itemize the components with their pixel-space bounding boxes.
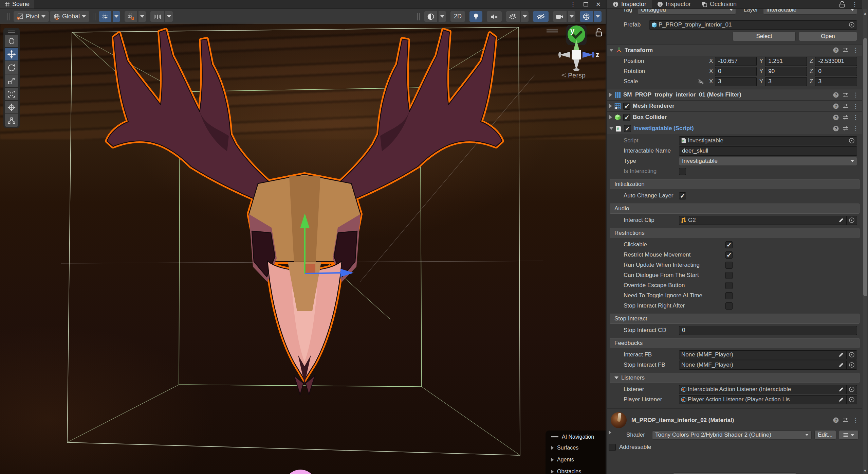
component-menu-icon[interactable]: ⋮ [853,417,858,424]
foldout-open-icon[interactable] [609,127,613,130]
tab-inspector-2[interactable]: Inspector [652,0,696,8]
material-preview[interactable] [611,412,627,428]
gizmos-toggle-button[interactable] [580,11,593,22]
position-y-field[interactable]: 1.251 [765,57,807,66]
component-menu-icon[interactable]: ⋮ [853,47,858,54]
restrict-mouse-movement-checkbox[interactable] [725,251,733,259]
prefab-object-field[interactable]: P_PROP_trophy_interior_01 [649,20,857,30]
stop-interact-cd-field[interactable]: 0 [679,326,857,335]
mesh-filter-header[interactable]: SM_PROP_trophy_interior_01 (Mesh Filter)… [607,89,862,100]
is-interacting-checkbox[interactable] [679,168,686,175]
presets-icon[interactable] [843,418,849,423]
interactable-name-field[interactable]: deer_skull [679,146,857,156]
component-menu-icon[interactable]: ⋮ [853,125,858,132]
scale-z-field[interactable]: 3 [815,77,857,86]
shader-edit-button[interactable]: Edit... [814,430,836,440]
stop-interact-fb-field[interactable]: None (MMF_Player) [679,361,857,370]
scene-visibility-button[interactable] [533,11,549,22]
toolbar-drag-handle[interactable] [93,13,95,20]
foldout-closed-icon[interactable] [609,104,612,108]
object-picker-icon[interactable] [846,351,857,359]
rotate-tool-button[interactable] [5,61,18,74]
open-button[interactable]: Open [799,32,857,41]
rotation-x-field[interactable]: 0 [715,67,757,76]
edit-pencil-icon[interactable] [836,217,846,223]
edit-pencil-icon[interactable] [836,387,846,392]
grid-visibility-dropdown[interactable] [113,11,120,22]
custom-tool-button[interactable] [5,114,18,127]
tag-dropdown[interactable]: Untagged [638,9,736,15]
component-menu-icon[interactable]: ⋮ [853,103,858,110]
move-tool-button[interactable] [5,48,18,60]
scale-y-field[interactable]: 3 [765,77,807,86]
investigatable-header[interactable]: # Investigatable (Script) ? ⋮ [607,123,862,134]
layer-dropdown[interactable]: Interactable [763,9,857,15]
projection-mode[interactable]: < Persp [562,71,586,79]
interact-clip-field[interactable]: G2 [679,216,857,225]
listener-field[interactable]: Interactable Action Listener (Interactab… [679,385,857,394]
help-icon[interactable]: ? [833,126,839,131]
shading-mode-dropdown[interactable] [439,11,446,22]
view-tool-button[interactable] [5,35,18,47]
scale-tool-button[interactable] [5,74,18,87]
shading-mode-button[interactable] [424,11,437,22]
can-dialogue-from-the-start-checkbox[interactable] [725,272,733,279]
2d-toggle-button[interactable]: 2D [450,11,465,22]
override-escape-button-checkbox[interactable] [725,282,733,289]
tools-drag-handle[interactable] [5,30,18,34]
edit-pencil-icon[interactable] [836,362,846,368]
overlay-drag-handle[interactable] [551,436,558,438]
object-picker-icon[interactable] [847,21,857,29]
object-picker-icon[interactable] [847,137,857,145]
position-x-field[interactable]: -10.657 [715,57,757,66]
stop-interact-right-after-checkbox[interactable] [725,302,733,310]
foldout-closed-icon[interactable] [609,93,612,97]
box-collider-enabled-checkbox[interactable] [623,114,630,121]
help-icon[interactable]: ? [833,115,839,120]
scene-menu-icon[interactable]: ⋮ [570,1,576,8]
scrollbar-thumb[interactable] [863,38,867,296]
presets-icon[interactable] [843,126,849,131]
effects-dropdown[interactable] [521,11,529,22]
help-icon[interactable]: ? [833,92,839,98]
inspector-scrollbar[interactable]: ▲ ▼ [862,0,868,474]
addressable-checkbox[interactable] [609,444,616,451]
presets-icon[interactable] [843,48,849,53]
object-picker-icon[interactable] [846,385,857,394]
run-update-when-interacting-checkbox[interactable] [725,262,733,269]
help-icon[interactable]: ? [833,47,839,53]
foldout-open-icon[interactable] [609,49,613,52]
presets-icon[interactable] [843,104,849,109]
close-icon[interactable]: ✕ [596,1,601,8]
position-z-field[interactable]: -2.533001 [815,57,857,66]
increment-snap-dropdown[interactable] [165,11,173,22]
component-menu-icon[interactable]: ⋮ [853,91,858,99]
need-to-toggle-ignore-ai-time-checkbox[interactable] [725,292,733,299]
grid-visibility-button[interactable]: Y [99,11,111,22]
type-dropdown[interactable]: Investigatable [679,157,857,166]
rotation-y-field[interactable]: 90 [765,67,807,76]
ai-nav-surfaces[interactable]: Surfaces [551,445,606,451]
toolbar-drag-handle[interactable] [7,13,10,20]
lighting-toggle-button[interactable] [469,11,482,22]
presets-icon[interactable] [843,92,849,98]
scroll-down-icon[interactable]: ▼ [862,469,868,473]
tab-scene[interactable]: Scene [0,0,34,8]
toolbar-drag-handle[interactable] [417,13,420,20]
unlinked-scale-icon[interactable] [698,78,704,85]
auto-change-layer-checkbox[interactable] [679,192,686,199]
maximize-icon[interactable] [584,2,588,6]
help-icon[interactable]: ? [833,417,839,423]
clickable-checkbox[interactable] [725,241,733,248]
select-button[interactable]: Select [733,32,796,41]
snap-toggle-button[interactable] [125,11,137,22]
tab-occlusion[interactable]: Occlusion [696,0,742,8]
unlock-icon[interactable] [596,29,602,36]
scene-viewport[interactable]: y z < Persp AI Navigation [0,24,606,474]
edit-pencil-icon[interactable] [836,352,846,357]
global-toggle-button[interactable]: Global [50,11,89,22]
mesh-renderer-header[interactable]: Mesh Renderer ? ⋮ [607,100,862,111]
rect-tool-button[interactable] [5,88,18,100]
center-cube[interactable] [572,50,581,59]
interact-fb-field[interactable]: None (MMF_Player) [679,350,857,359]
